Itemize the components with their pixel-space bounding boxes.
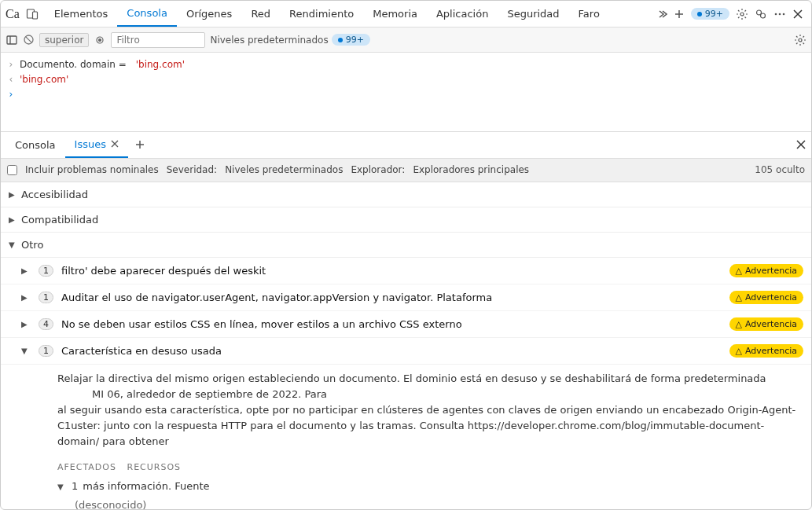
warning-icon: △ [736,346,742,356]
chevron-right-icon: ▶ [21,320,31,328]
svg-point-6 [779,13,781,15]
warning-badge-label: Advertencia [745,346,797,356]
hidden-count: 105 [755,164,773,175]
chevron-down-icon: ▼ [9,240,18,249]
messages-badge[interactable]: 99+ [691,8,729,20]
overflow-icon[interactable] [773,8,786,20]
chevron-down-icon: ▼ [57,481,67,493]
log-levels-selector[interactable]: Niveles predeterminados 99+ [210,34,369,46]
close-drawer-icon[interactable] [795,139,806,150]
context-selector[interactable]: superior [39,33,89,47]
svg-rect-1 [32,12,37,19]
issue-count-badge: 1 [39,345,53,357]
tab-application[interactable]: Aplicación [427,1,498,27]
tab-elements[interactable]: Elementos [45,1,118,27]
filter-input[interactable] [111,32,205,48]
svg-point-7 [783,13,785,15]
issue-title: Auditar el uso de navigator.userAgent, n… [61,292,715,303]
warning-badge-label: Advertencia [745,266,797,276]
issue-row[interactable]: ▶ 1 filtro' debe aparecer después del we… [1,258,811,284]
main-tab-list: Elementos Consola Orígenes Red Rendimien… [45,1,609,27]
chevron-right-icon: ▶ [21,266,31,275]
console-input-value: 'bing.com' [136,57,185,72]
affected-resource-row[interactable]: ▼ 1 más información. Fuente [57,479,799,494]
clear-console-icon[interactable] [23,34,35,46]
warning-badge: △Advertencia [729,291,803,304]
add-tab-icon[interactable] [674,9,685,20]
hidden-count-label: 105 oculto [755,164,805,175]
issue-row[interactable]: ▼ 1 Característica en desuso usada △Adve… [1,338,811,365]
category-other[interactable]: ▼ Otro [1,233,811,258]
add-drawer-tab-icon[interactable] [134,139,145,150]
severity-selector[interactable]: Niveles predeterminados [225,164,343,175]
issue-body-date: MI 06, alrededor de septiembre de 2022. … [92,387,327,402]
console-output-value: 'bing.com' [20,72,68,87]
live-expression-icon[interactable] [94,34,106,46]
prompt-chevron-icon[interactable]: › [7,87,15,102]
issue-title: Característica en desuso usada [61,345,715,357]
tab-memory[interactable]: Memoria [363,1,427,27]
console-output: › Documento. domain = 'bing.com' ‹ 'bing… [1,53,811,132]
log-levels-badge-count: 99+ [346,35,364,45]
log-levels-badge: 99+ [332,34,370,46]
include-nominal-label: Incluir problemas nominales [25,164,159,175]
device-toggle-icon[interactable] [24,6,40,22]
severity-label: Severidad: [167,164,217,175]
warning-badge-label: Advertencia [745,292,797,303]
close-icon[interactable] [792,9,803,20]
console-input-label: Documento. domain = [20,57,127,72]
tab-lighthouse[interactable]: Faro [569,1,609,27]
chevron-right-icon: ▶ [21,293,31,302]
output-chevron-icon: ‹ [7,72,15,87]
chevron-down-icon: ▼ [21,347,31,355]
issue-title: filtro' debe aparecer después del weskit [61,265,715,277]
warning-badge: △Advertencia [729,344,803,358]
category-label: Compatibilidad [21,214,98,226]
drawer-tab-console[interactable]: Consola [6,132,65,158]
resources-header: RECURSOS [127,462,181,472]
browser-selector[interactable]: Exploradores principales [413,164,529,175]
tab-sources[interactable]: Orígenes [177,1,241,27]
issue-count-badge: 1 [39,292,53,303]
category-compatibility[interactable]: ▶ Compatibilidad [1,207,811,233]
browser-label: Explorador: [351,164,405,175]
issue-details: Relajar la directiva del mismo origen es… [1,365,811,509]
issue-body-text: Relajar la directiva del mismo origen es… [57,372,766,384]
category-label: Otro [21,239,43,251]
category-label: Accesibilidad [21,189,88,200]
log-levels-label: Niveles predeterminados [210,35,328,46]
settings-icon[interactable] [736,8,748,20]
issue-body-text-2: al seguir usando esta característica, op… [57,402,799,449]
issue-row[interactable]: ▶ 1 Auditar el uso de navigator.userAgen… [1,284,811,311]
issue-count-badge: 1 [39,265,53,277]
toggle-sidebar-icon[interactable] [6,34,18,46]
warning-badge-label: Advertencia [745,319,797,329]
tab-performance[interactable]: Rendimiento [280,1,363,27]
chevron-right-icon: ▶ [9,215,18,224]
feedback-icon[interactable] [755,8,767,20]
tab-network[interactable]: Red [241,1,280,27]
console-settings-icon[interactable] [794,34,806,46]
include-nominal-checkbox[interactable] [7,165,17,175]
affected-header: AFECTADOS [57,462,116,472]
svg-point-12 [799,39,802,42]
drawer-tab-issues[interactable]: Issues [65,132,128,158]
warning-icon: △ [736,319,742,329]
tab-security[interactable]: Seguridad [498,1,568,27]
warning-badge: △Advertencia [729,317,803,331]
category-accessibility[interactable]: ▶ Accesibilidad [1,182,811,207]
messages-badge-count: 99+ [705,9,723,19]
tab-console[interactable]: Consola [117,1,177,27]
svg-point-2 [740,13,744,16]
input-chevron-icon: › [7,57,15,72]
drawer-tab-issues-label: Issues [75,138,106,150]
close-tab-icon[interactable] [111,140,119,148]
svg-point-11 [99,39,101,41]
hidden-text: oculto [776,164,805,175]
dot-icon [697,12,702,17]
warning-badge: △Advertencia [729,264,803,277]
svg-point-4 [761,13,766,18]
issue-row[interactable]: ▶ 4 No se deben usar estilos CSS en líne… [1,311,811,338]
more-tabs-icon[interactable] [656,9,667,20]
affected-unknown: (desconocido) [75,497,799,509]
